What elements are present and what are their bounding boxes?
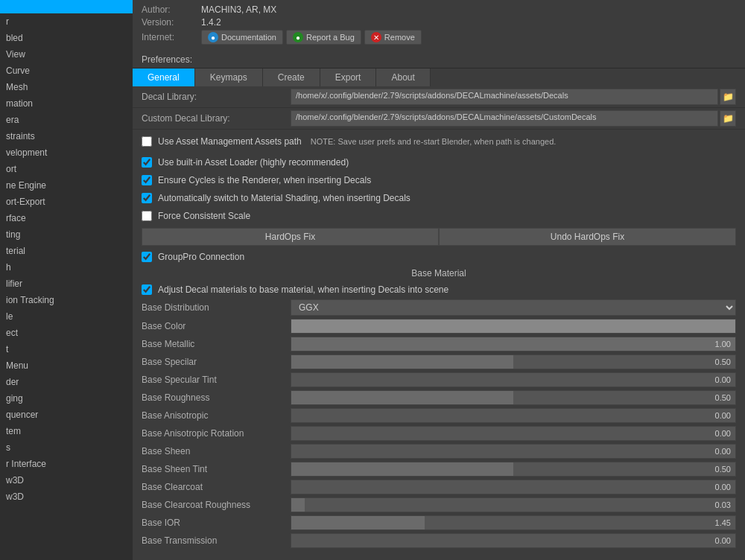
slider-container-4[interactable]: 0.00 [291, 408, 736, 423]
sidebar-item-w3d-1[interactable]: w3D [0, 472, 133, 489]
decal-library-browse-button[interactable]: 📁 [720, 89, 736, 105]
slider-fill-1 [291, 355, 513, 369]
builtin-loader-row: Use built-in Asset Loader (highly recomm… [133, 153, 745, 171]
base-distribution-row: Base Distribution GGX Multiscatter GGX [133, 298, 745, 317]
auto-shading-label: Automatically switch to Material Shading… [158, 193, 410, 203]
slider-row-11: Base Transmission0.00 [133, 532, 745, 550]
sidebar-item-ion-tracking[interactable]: ion Tracking [0, 292, 133, 308]
slider-value-2: 0.00 [715, 375, 731, 384]
sidebar-item-ting[interactable]: ting [0, 226, 133, 243]
base-color-row: Base Color [133, 317, 745, 335]
sidebar-item-development[interactable]: velopment [0, 144, 133, 161]
sidebar-item-der[interactable]: der [0, 374, 133, 390]
sidebar-item-quencer[interactable]: quencer [0, 407, 133, 423]
report-bug-button[interactable]: ● Report a Bug [286, 30, 361, 45]
slider-label-6: Base Sheen [142, 446, 291, 456]
slider-container-0[interactable]: 1.00 [291, 337, 736, 351]
base-distribution-label: Base Distribution [142, 302, 291, 313]
sidebar-item-le[interactable]: le [0, 308, 133, 325]
force-scale-label: Force Consistent Scale [158, 211, 250, 221]
sidebar-item-bled[interactable]: bled [0, 30, 133, 46]
slider-container-11[interactable]: 0.00 [291, 533, 736, 548]
sidebar-item-ort-export[interactable]: ort-Export [0, 194, 133, 210]
slider-row-1: Base Specilar0.50 [133, 353, 745, 371]
custom-decal-library-path[interactable]: /home/x/.config/blender/2.79/scripts/add… [291, 110, 718, 127]
slider-container-7[interactable]: 0.50 [291, 462, 736, 477]
undo-hardops-fix-button[interactable]: Undo HardOps Fix [439, 228, 736, 246]
slider-container-3[interactable]: 0.50 [291, 390, 736, 405]
slider-value-0: 1.00 [715, 340, 731, 349]
custom-decal-library-browse-button[interactable]: 📁 [720, 110, 736, 127]
sidebar-item-r-interface[interactable]: r Interface [0, 456, 133, 472]
sidebar-item-mation[interactable]: mation [0, 95, 133, 112]
grouppro-checkbox[interactable] [142, 252, 152, 262]
report-bug-icon: ● [293, 32, 303, 42]
builtin-loader-label: Use built-in Asset Loader (highly recomm… [158, 157, 349, 168]
adjust-decal-checkbox[interactable] [142, 284, 152, 295]
documentation-button[interactable]: ● Documentation [201, 30, 283, 45]
hardops-fix-button[interactable]: HardOps Fix [142, 228, 439, 246]
slider-container-8[interactable]: 0.00 [291, 480, 736, 494]
tab-about[interactable]: About [376, 69, 430, 86]
slider-container-2[interactable]: 0.00 [291, 372, 736, 387]
sidebar-item-curve[interactable]: Curve [0, 63, 133, 79]
tab-general[interactable]: General [133, 69, 195, 86]
builtin-loader-checkbox[interactable] [142, 157, 152, 168]
tab-create[interactable]: Create [263, 69, 320, 86]
main-panel: Author: MACHIN3, AR, MX Version: 1.4.2 I… [133, 0, 745, 560]
slider-row-9: Base Clearcoat Roughness0.03 [133, 496, 745, 514]
sidebar-item-terial[interactable]: terial [0, 243, 133, 259]
sidebar-item-w3d-2[interactable]: w3D [0, 489, 133, 505]
slider-label-11: Base Transmission [142, 535, 291, 546]
auto-shading-checkbox[interactable] [142, 193, 152, 203]
sidebar-item-menu[interactable]: Menu [0, 357, 133, 374]
sidebar-item-ect[interactable]: ect [0, 325, 133, 341]
slider-container-10[interactable]: 1.45 [291, 515, 736, 530]
slider-container-9[interactable]: 0.03 [291, 497, 736, 512]
sidebar-item-rface[interactable]: rface [0, 210, 133, 226]
sidebar-item-t[interactable]: t [0, 341, 133, 357]
base-distribution-select[interactable]: GGX Multiscatter GGX [291, 299, 736, 316]
slider-value-5: 0.00 [715, 429, 731, 438]
sidebar-item-view[interactable]: View [0, 46, 133, 63]
sidebar-item-r[interactable]: r [0, 13, 133, 30]
ensure-cycles-checkbox[interactable] [142, 175, 152, 185]
adjust-decal-row: Adjust Decal materials to base material,… [133, 281, 745, 298]
slider-container-6[interactable]: 0.00 [291, 444, 736, 459]
decal-library-row: Decal Library: /home/x/.config/blender/2… [133, 86, 745, 108]
tab-export[interactable]: Export [320, 69, 377, 86]
slider-container-5[interactable]: 0.00 [291, 426, 736, 441]
base-color-field[interactable] [291, 319, 736, 334]
author-label: Author: [142, 4, 201, 15]
sidebar: r bled View Curve Mesh mation era strain… [0, 0, 133, 560]
slider-row-6: Base Sheen0.00 [133, 442, 745, 460]
sidebar-item-s[interactable]: s [0, 439, 133, 456]
slider-value-6: 0.00 [715, 447, 731, 456]
sidebar-item-ort[interactable]: ort [0, 161, 133, 177]
sidebar-item-mesh[interactable]: Mesh [0, 79, 133, 95]
remove-button[interactable]: ✕ Remove [364, 30, 422, 45]
asset-management-row: Use Asset Management Assets path NOTE: S… [133, 130, 745, 153]
tab-keymaps[interactable]: Keymaps [195, 69, 263, 86]
force-scale-checkbox[interactable] [142, 211, 152, 221]
sidebar-item-era[interactable]: era [0, 112, 133, 128]
sidebar-item-tem[interactable]: tem [0, 423, 133, 439]
slider-value-9: 0.03 [715, 500, 731, 509]
slider-container-1[interactable]: 0.50 [291, 354, 736, 369]
auto-shading-row: Automatically switch to Material Shading… [133, 189, 745, 207]
slider-row-0: Base Metallic1.00 [133, 335, 745, 353]
slider-label-4: Base Anisotropic [142, 410, 291, 421]
sidebar-item-straints[interactable]: straints [0, 128, 133, 144]
asset-management-check-row: Use Asset Management Assets path [142, 133, 302, 150]
sidebar-item-ging[interactable]: ging [0, 390, 133, 407]
slider-fill-7 [291, 462, 513, 476]
asset-management-checkbox[interactable] [142, 136, 152, 147]
slider-label-0: Base Metallic [142, 339, 291, 349]
sidebar-item-h[interactable]: h [0, 259, 133, 276]
adjust-decal-label: Adjust Decal materials to base material,… [158, 284, 448, 295]
decal-library-path[interactable]: /home/x/.config/blender/2.79/scripts/add… [291, 89, 718, 105]
slider-label-10: Base IOR [142, 518, 291, 528]
slider-row-5: Base Anisotropic Rotation0.00 [133, 424, 745, 442]
sidebar-item-engine[interactable]: ne Engine [0, 177, 133, 194]
sidebar-item-lifier[interactable]: lifier [0, 276, 133, 292]
